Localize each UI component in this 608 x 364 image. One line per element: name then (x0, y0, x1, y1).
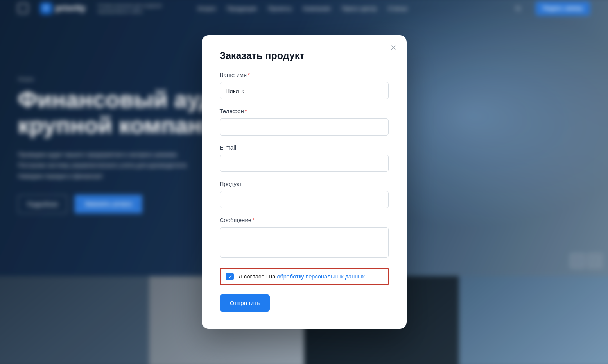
consent-link[interactable]: обработку персональных данных (277, 273, 364, 280)
name-input[interactable] (220, 82, 389, 99)
order-product-modal: Заказать продукт Ваше имя* Телефон* E-ma… (202, 35, 407, 329)
name-label: Ваше имя* (220, 71, 389, 78)
message-label: Сообщение* (220, 217, 389, 223)
email-input[interactable] (220, 155, 389, 172)
phone-label: Телефон* (220, 108, 389, 114)
close-icon[interactable] (389, 43, 398, 52)
message-textarea[interactable] (220, 227, 389, 258)
modal-title: Заказать продукт (220, 50, 389, 61)
product-input[interactable] (220, 191, 389, 208)
consent-text: Я согласен на обработку персональных дан… (239, 273, 365, 280)
submit-button[interactable]: Отправить (220, 294, 270, 312)
product-label: Продукт (220, 180, 389, 187)
email-label: E-mail (220, 144, 389, 151)
consent-row: Я согласен на обработку персональных дан… (220, 268, 389, 285)
phone-input[interactable] (220, 118, 389, 136)
consent-checkbox[interactable] (226, 273, 234, 280)
